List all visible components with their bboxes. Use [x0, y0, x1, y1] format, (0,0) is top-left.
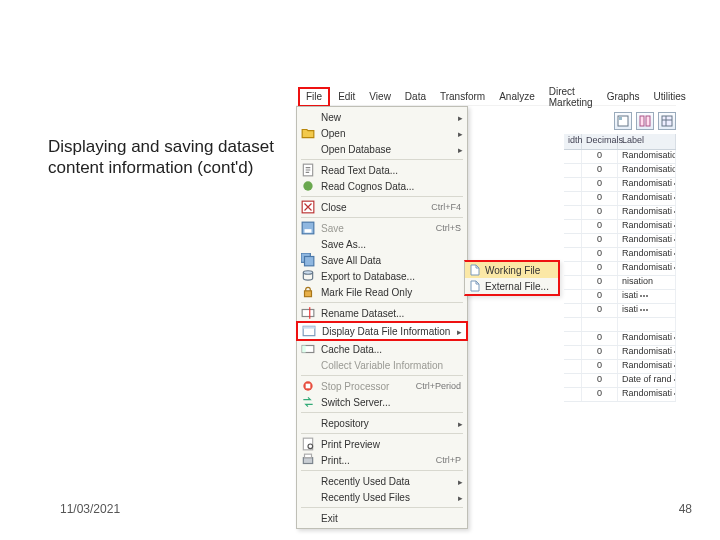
cell-label[interactable]: isati [618, 304, 676, 317]
col-label[interactable]: Label [618, 134, 676, 149]
cell-label[interactable]: isati [618, 290, 676, 303]
menu-item-export-to-database[interactable]: Export to Database... [297, 268, 467, 284]
cell-label[interactable]: nisation [618, 276, 676, 289]
cell-label[interactable]: Randomisati [618, 262, 676, 275]
cell-decimals[interactable]: 0 [582, 332, 618, 345]
cell-decimals[interactable]: 0 [582, 374, 618, 387]
cell-label[interactable]: Randomisati [618, 234, 676, 247]
cell-width[interactable] [564, 332, 582, 345]
col-width[interactable]: idth [564, 134, 582, 149]
cell-width[interactable] [564, 234, 582, 247]
menu-item-cache-data[interactable]: Cache Data... [297, 341, 467, 357]
menu-item-repository[interactable]: Repository▸ [297, 415, 467, 431]
cell-label[interactable]: Randomisati [618, 332, 676, 345]
cell-width[interactable] [564, 290, 582, 303]
cell-decimals[interactable]: 0 [582, 206, 618, 219]
grid-row[interactable]: 0Randomisation [564, 150, 676, 164]
cell-decimals[interactable]: 0 [582, 388, 618, 401]
grid-row[interactable]: 0Randomisati [564, 388, 676, 402]
cell-label[interactable]: Randomisati [618, 192, 676, 205]
grid-row[interactable]: 0nisation [564, 276, 676, 290]
cell-label[interactable]: Randomisati [618, 206, 676, 219]
menu-file[interactable]: File [298, 87, 330, 107]
cell-width[interactable] [564, 360, 582, 373]
cell-width[interactable] [564, 304, 582, 317]
cell-width[interactable] [564, 248, 582, 261]
menu-view[interactable]: View [363, 90, 397, 103]
toolbar-button[interactable] [658, 112, 676, 130]
cell-decimals[interactable]: 0 [582, 248, 618, 261]
cell-width[interactable] [564, 164, 582, 177]
cell-decimals[interactable]: 0 [582, 290, 618, 303]
grid-row[interactable]: 0isati [564, 304, 676, 318]
cell-decimals[interactable]: 0 [582, 150, 618, 163]
grid-row[interactable]: 0Randomisati [564, 248, 676, 262]
cell-decimals[interactable]: 0 [582, 304, 618, 317]
cell-decimals[interactable]: 0 [582, 276, 618, 289]
menu-item-mark-file-read-only[interactable]: Mark File Read Only [297, 284, 467, 300]
menu-edit[interactable]: Edit [332, 90, 361, 103]
cell-label[interactable]: Randomisati [618, 360, 676, 373]
grid-row[interactable]: 0isati [564, 290, 676, 304]
cell-label[interactable]: Randomisati [618, 346, 676, 359]
menu-item-open[interactable]: Open▸ [297, 125, 467, 141]
cell-decimals[interactable]: 0 [582, 234, 618, 247]
cell-width[interactable] [564, 206, 582, 219]
grid-row[interactable]: 0Randomisati [564, 346, 676, 360]
grid-row[interactable]: 0Randomisati [564, 206, 676, 220]
menu-analyze[interactable]: Analyze [493, 90, 541, 103]
menu-item-read-cognos-data[interactable]: Read Cognos Data... [297, 178, 467, 194]
menu-item-read-text-data[interactable]: Read Text Data... [297, 162, 467, 178]
menu-data[interactable]: Data [399, 90, 432, 103]
cell-width[interactable] [564, 192, 582, 205]
cell-decimals[interactable] [582, 318, 618, 331]
cell-decimals[interactable]: 0 [582, 192, 618, 205]
menu-item-save-all-data[interactable]: Save All Data [297, 252, 467, 268]
cell-decimals[interactable]: 0 [582, 220, 618, 233]
menu-item-recently-used-data[interactable]: Recently Used Data▸ [297, 473, 467, 489]
cell-label[interactable]: Randomisation [618, 164, 676, 177]
cell-width[interactable] [564, 262, 582, 275]
cell-width[interactable] [564, 150, 582, 163]
cell-label[interactable]: Randomisati [618, 178, 676, 191]
grid-row[interactable]: 0Randomisati [564, 220, 676, 234]
cell-width[interactable] [564, 318, 582, 331]
menu-utilities[interactable]: Utilities [647, 90, 691, 103]
cell-label[interactable] [618, 318, 676, 331]
menu-transform[interactable]: Transform [434, 90, 491, 103]
cell-width[interactable] [564, 178, 582, 191]
cell-decimals[interactable]: 0 [582, 164, 618, 177]
grid-row[interactable]: 0Randomisati [564, 192, 676, 206]
menu-item-print-preview[interactable]: Print Preview [297, 436, 467, 452]
cell-decimals[interactable]: 0 [582, 262, 618, 275]
cell-label[interactable]: Randomisation [618, 150, 676, 163]
cell-width[interactable] [564, 388, 582, 401]
menu-item-print[interactable]: Print...Ctrl+P [297, 452, 467, 468]
menu-item-rename-dataset[interactable]: Rename Dataset... [297, 305, 467, 321]
grid-row[interactable]: 0Randomisati [564, 262, 676, 276]
cell-label[interactable]: Randomisati [618, 248, 676, 261]
menu-item-new[interactable]: New▸ [297, 109, 467, 125]
grid-row[interactable] [564, 318, 676, 332]
submenu-item-external-file[interactable]: External File... [465, 278, 558, 294]
menu-item-open-database[interactable]: Open Database▸ [297, 141, 467, 157]
cell-width[interactable] [564, 374, 582, 387]
cell-width[interactable] [564, 220, 582, 233]
toolbar-button[interactable] [636, 112, 654, 130]
cell-width[interactable] [564, 276, 582, 289]
grid-row[interactable]: 0Randomisation [564, 164, 676, 178]
grid-row[interactable]: 0Randomisati [564, 332, 676, 346]
cell-decimals[interactable]: 0 [582, 346, 618, 359]
col-decimals[interactable]: Decimals [582, 134, 618, 149]
grid-row[interactable]: 0Date of rand [564, 374, 676, 388]
menu-graphs[interactable]: Graphs [601, 90, 646, 103]
menu-item-close[interactable]: CloseCtrl+F4 [297, 199, 467, 215]
menu-item-switch-server[interactable]: Switch Server... [297, 394, 467, 410]
cell-label[interactable]: Date of rand [618, 374, 676, 387]
submenu-item-working-file[interactable]: Working File [465, 262, 558, 278]
cell-label[interactable]: Randomisati [618, 388, 676, 401]
cell-decimals[interactable]: 0 [582, 360, 618, 373]
grid-row[interactable]: 0Randomisati [564, 234, 676, 248]
menu-item-exit[interactable]: Exit [297, 510, 467, 526]
cell-label[interactable]: Randomisati [618, 220, 676, 233]
